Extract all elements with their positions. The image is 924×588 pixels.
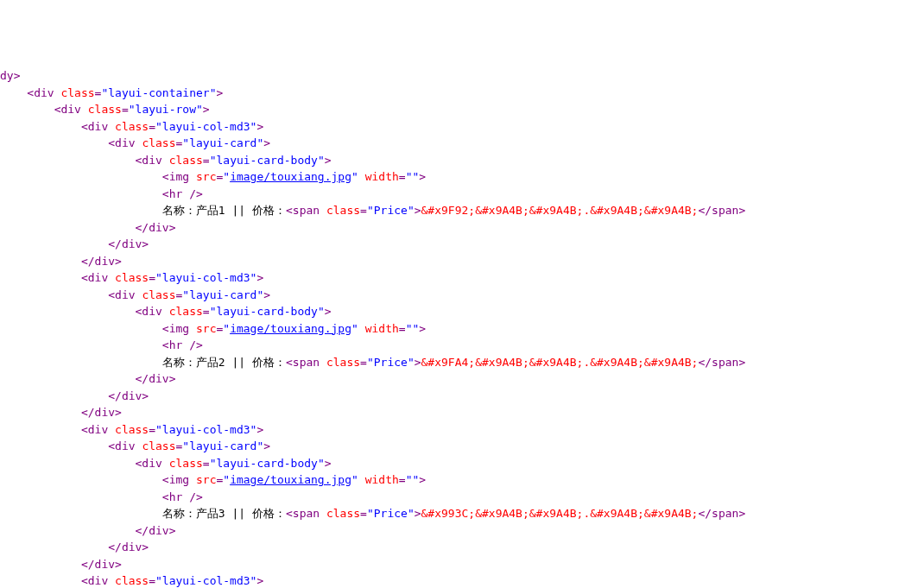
source-code-view: dy> <div class="layui-container"> <div c…: [0, 67, 924, 588]
